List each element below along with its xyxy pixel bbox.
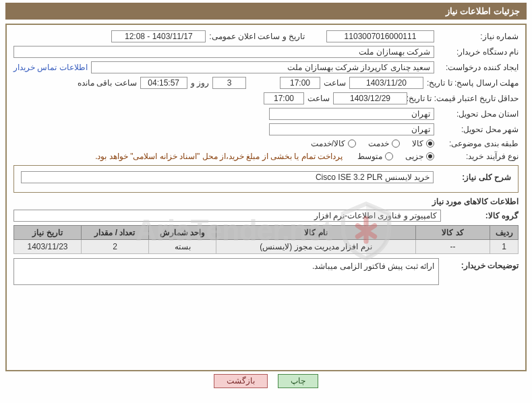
remaining-time: 04:15:57: [140, 77, 187, 89]
need-number-label: شماره نیاز:: [438, 32, 519, 41]
th-name: نام کالا: [216, 226, 416, 240]
cell-date: 1403/11/23: [14, 240, 82, 254]
th-qty: تعداد / مقدار: [82, 226, 149, 240]
price-valid-label: حداقل تاریخ اعتبار قیمت: تا تاریخ:: [411, 94, 519, 103]
details-frame: AriaTender.net شماره نیاز: 1103007016000…: [5, 24, 527, 371]
table-header-row: ردیف کد کالا نام کالا واحد شمارش تعداد /…: [14, 226, 519, 240]
radio-service[interactable]: خدمت: [368, 139, 400, 148]
province-value: تهران: [269, 108, 434, 120]
radio-dot-icon: [385, 152, 393, 160]
radio-dot-icon: [348, 140, 356, 148]
need-number-value: 1103007016000111: [326, 30, 434, 42]
buyer-notes-label: توضیحات خریدار:: [444, 258, 519, 285]
days-and-label: روز و: [191, 78, 209, 88]
cell-qty: 2: [82, 240, 149, 254]
purchase-type-label: نوع فرآیند خرید:: [438, 152, 519, 161]
payment-note: پرداخت تمام یا بخشی از مبلغ خرید،از محل …: [95, 152, 343, 161]
button-row: چاپ بازگشت: [0, 374, 532, 388]
buyer-contact-link[interactable]: اطلاعات تماس خریدار: [13, 63, 88, 72]
radio-minor-label: جزیی: [405, 152, 423, 161]
radio-goods-service[interactable]: کالا/خدمت: [311, 139, 356, 148]
reply-deadline-time: 17:00: [280, 77, 320, 89]
reply-deadline-date: 1403/11/20: [349, 77, 423, 89]
cell-row: 1: [490, 240, 519, 254]
summary-title-label: شرح کلی نیاز:: [437, 173, 511, 182]
th-unit: واحد شمارش: [149, 226, 216, 240]
radio-medium-label: متوسط: [357, 152, 382, 161]
page-title: جزئیات اطلاعات نیاز: [446, 6, 520, 16]
th-row: ردیف: [490, 226, 519, 240]
announce-value: 1403/11/17 - 12:08: [111, 30, 206, 42]
radio-minor[interactable]: جزیی: [405, 152, 434, 161]
radio-dot-icon: [426, 140, 434, 148]
radio-medium[interactable]: متوسط: [357, 152, 393, 161]
province-label: استان محل تحویل:: [438, 109, 519, 119]
buyer-org-label: نام دستگاه خریدار:: [438, 47, 519, 57]
th-date: تاریخ نیاز: [14, 226, 82, 240]
price-valid-time: 17:00: [264, 92, 304, 104]
city-label: شهر محل تحویل:: [438, 125, 519, 134]
buyer-org-value: شرکت بهسازان ملت: [13, 46, 434, 58]
cell-name: نرم افزار مدیریت مجوز (لایسنس)​: [216, 240, 416, 254]
radio-dot-icon: [392, 140, 400, 148]
subject-class-label: طبقه بندی موضوعی:: [438, 139, 519, 148]
city-value: تهران: [269, 123, 434, 135]
cell-code: --: [416, 240, 490, 254]
time-label-2: ساعت: [307, 94, 330, 103]
creator-value: سعید چناری کارپرداز شرکت بهسازان ملت: [91, 61, 434, 73]
cell-unit: بسته: [149, 240, 216, 254]
remaining-suffix: ساعت باقی مانده: [78, 78, 137, 88]
summary-frame: شرح کلی نیاز: خرید لایسنس Cisco ISE 3.2 …: [13, 165, 519, 193]
subject-class-group: کالا خدمت کالا/خدمت: [311, 139, 434, 148]
print-button[interactable]: چاپ: [278, 374, 318, 388]
goods-group-label: گروه کالا:: [444, 211, 519, 220]
radio-goods[interactable]: کالا: [412, 139, 434, 148]
th-code: کد کالا: [416, 226, 490, 240]
radio-dot-icon: [426, 152, 434, 160]
remaining-days: 3: [212, 77, 246, 89]
announce-label: تاریخ و ساعت اعلان عمومی:: [209, 32, 305, 41]
radio-goods-label: کالا: [412, 139, 423, 148]
price-valid-date: 1403/12/29: [333, 92, 407, 104]
buyer-notes-value: ارائه ثبت پیش فاکتور الزامی میباشد.: [13, 258, 439, 285]
radio-service-label: خدمت: [368, 139, 389, 148]
purchase-type-group: جزیی متوسط: [357, 152, 434, 161]
goods-info-title: اطلاعات کالاهای مورد نیاز: [13, 197, 519, 206]
table-row: 1 -- نرم افزار مدیریت مجوز (لایسنس)​ بست…: [14, 240, 519, 254]
items-table: ردیف کد کالا نام کالا واحد شمارش تعداد /…: [13, 225, 519, 254]
back-button[interactable]: بازگشت: [214, 374, 268, 388]
summary-title-value: خرید لایسنس Cisco ISE 3.2 PLR: [21, 171, 434, 183]
radio-goods-service-label: کالا/خدمت: [311, 139, 345, 148]
page-header: جزئیات اطلاعات نیاز: [5, 3, 527, 20]
reply-deadline-label: مهلت ارسال پاسخ: تا تاریخ:: [427, 78, 519, 88]
time-label-1: ساعت: [324, 78, 346, 88]
creator-label: ایجاد کننده درخواست:: [438, 63, 519, 72]
goods-group-value: کامپیوتر و فناوری اطلاعات-نرم افزار: [13, 210, 441, 222]
